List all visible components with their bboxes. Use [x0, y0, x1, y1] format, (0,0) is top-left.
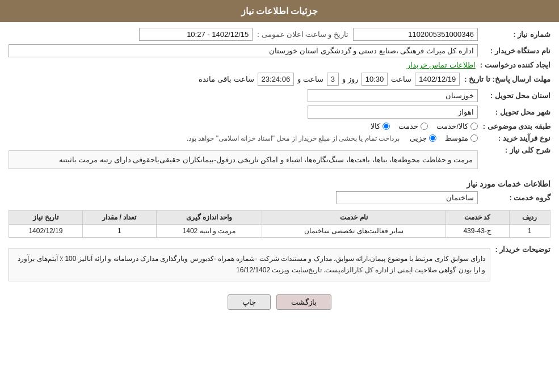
print-button[interactable]: چاپ — [228, 294, 271, 310]
col-service-code: کد خدمت — [445, 210, 509, 225]
content-area: شماره نیاز : 1102005351000346 تاریخ و سا… — [0, 22, 559, 324]
response-deadline-label: مهلت ارسال پاسخ: تا تاریخ : — [464, 75, 550, 83]
purchase-type-row: نوع فرآیند خرید : متوسط جزیی پرداخت تمام… — [9, 134, 550, 142]
service-group-label: گروه خدمت : — [482, 193, 550, 202]
category-kala-radio[interactable] — [383, 123, 390, 130]
remaining-time-field: 23:24:06 — [258, 73, 295, 86]
response-deadline-row: مهلت ارسال پاسخ: تا تاریخ : 1402/12/19 س… — [9, 73, 550, 86]
col-unit: واحد اندازه گیری — [156, 210, 262, 225]
buyer-org-row: نام دستگاه خریدار : اداره کل میراث فرهنگ… — [9, 44, 550, 57]
cell-service-name: سایر فعالیت‌های تخصصی ساختمان — [262, 225, 446, 238]
purchase-type-label: نوع فرآیند خرید : — [482, 134, 550, 142]
buyer-desc-row: توضیحات خریدار : دارای سوابق کاری مرتبط … — [9, 243, 550, 286]
col-quantity: تعداد / مقدار — [82, 210, 156, 225]
buyer-desc-label: توضیحات خریدار : — [495, 243, 550, 254]
need-number-row: شماره نیاز : 1102005351000346 تاریخ و سا… — [9, 28, 550, 41]
col-service-name: نام خدمت — [262, 210, 446, 225]
time-label: ساعت — [391, 75, 411, 83]
need-desc-row: شرح کلی نیاز : مرمت و حفاظت محوطه‌ها، بن… — [9, 146, 550, 174]
purchase-jozii-radio[interactable] — [429, 134, 436, 142]
service-group-field: ساختمان — [336, 191, 478, 204]
page-wrapper: جزئیات اطلاعات نیاز شماره نیاز : 1102005… — [0, 0, 559, 392]
purchase-motevasset: متوسط — [445, 134, 478, 142]
category-khedmat-radio[interactable] — [421, 123, 428, 130]
creator-label: ایجاد کننده درخواست : — [480, 61, 550, 69]
days-label: روز و — [342, 75, 358, 83]
back-button[interactable]: بازگشت — [276, 294, 331, 310]
city-field: اهواز — [308, 106, 478, 119]
category-kala: کالا — [371, 122, 390, 130]
purchase-type-radio-group: متوسط جزیی — [410, 134, 478, 142]
buyer-desc-field: دارای سوابق کاری مرتبط با موضوع پیمان،ار… — [9, 248, 490, 281]
table-header-row: ردیف کد خدمت نام خدمت واحد اندازه گیری ت… — [9, 210, 550, 225]
need-number-label: شماره نیاز : — [482, 30, 550, 39]
purchase-motevasset-radio[interactable] — [470, 134, 478, 142]
city-row: شهر محل تحویل : اهواز — [9, 106, 550, 119]
page-header: جزئیات اطلاعات نیاز — [0, 0, 559, 22]
row-label: ساعت و — [297, 75, 323, 83]
response-days-field: 3 — [327, 73, 339, 86]
category-label: طبقه بندی موضوعی : — [482, 122, 550, 130]
buyer-org-label: نام دستگاه خریدار : — [482, 47, 550, 55]
response-date-field: 1402/12/19 — [415, 73, 460, 86]
category-kala-khedmat: کالا/خدمت — [436, 122, 478, 130]
button-row: بازگشت چاپ — [9, 294, 550, 310]
buyer-org-field: اداره کل میراث فرهنگی ،صنایع دستی و گردش… — [9, 44, 478, 57]
purchase-note: پرداخت تمام یا بخشی از مبلغ خریدار از مح… — [187, 134, 400, 142]
creator-row: ایجاد کننده درخواست : اطلاعات تماس خریدا… — [9, 61, 550, 69]
purchase-jozii: جزیی — [410, 134, 436, 142]
response-time-field: 10:30 — [362, 73, 388, 86]
category-radio-group: کالا/خدمت خدمت کالا — [371, 122, 478, 130]
province-row: استان محل تحویل : خوزستان — [9, 89, 550, 102]
response-deadline-date-row: 1402/12/19 ساعت 10:30 روز و 3 ساعت و 23:… — [199, 73, 460, 86]
need-desc-field: مرمت و حفاظت محوطه‌ها، بناها، بافت‌ها، س… — [9, 150, 478, 169]
col-date: تاریخ نیاز — [9, 210, 83, 225]
remaining-label: ساعت باقی مانده — [199, 75, 254, 83]
city-label: شهر محل تحویل : — [482, 108, 550, 116]
cell-quantity: 1 — [82, 225, 156, 238]
table-row: 1 ج-43-439 سایر فعالیت‌های تخصصی ساختمان… — [9, 225, 550, 238]
need-number-field: 1102005351000346 — [353, 28, 478, 41]
col-row-num: ردیف — [509, 210, 550, 225]
cell-row-num: 1 — [509, 225, 550, 238]
cell-service-code: ج-43-439 — [445, 225, 509, 238]
category-row: طبقه بندی موضوعی : کالا/خدمت خدمت کالا — [9, 122, 550, 130]
services-table: ردیف کد خدمت نام خدمت واحد اندازه گیری ت… — [9, 210, 550, 238]
need-desc-label: شرح کلی نیاز : — [482, 146, 550, 154]
page-title: جزئیات اطلاعات نیاز — [241, 6, 318, 16]
category-kala-khedmat-radio[interactable] — [470, 123, 478, 130]
announce-date-field: 1402/12/15 - 10:27 — [139, 28, 253, 41]
contact-link[interactable]: اطلاعات تماس خریدار — [407, 61, 476, 69]
cell-unit: مرمت و ابنیه 1402 — [156, 225, 262, 238]
province-label: استان محل تحویل : — [482, 91, 550, 100]
cell-date: 1402/12/19 — [9, 225, 83, 238]
services-section-label: اطلاعات خدمات مورد نیاز — [9, 179, 550, 188]
province-field: خوزستان — [308, 89, 478, 102]
services-table-section: ردیف کد خدمت نام خدمت واحد اندازه گیری ت… — [9, 210, 550, 238]
service-group-row: گروه خدمت : ساختمان — [9, 191, 550, 204]
announce-date-label: تاریخ و ساعت اعلان عمومی : — [257, 30, 348, 39]
category-khedmat: خدمت — [398, 122, 428, 130]
